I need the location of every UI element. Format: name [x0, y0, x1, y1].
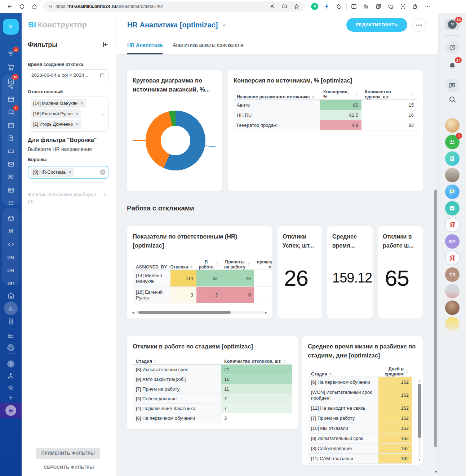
remove-tag-icon[interactable]: ✕: [80, 101, 84, 106]
column-header-source[interactable]: Название рекламного источника: [234, 94, 320, 99]
avatar-logo-ya-2[interactable]: Я: [445, 251, 460, 265]
scroll-down-icon[interactable]: ▼: [434, 470, 438, 474]
rail-structure-icon[interactable]: [6, 372, 15, 381]
favorite-star-icon[interactable]: [290, 1, 303, 12]
rail-help-icon[interactable]: ?: [6, 360, 15, 368]
sidebar-item-network[interactable]: [6, 82, 15, 90]
column-header-stage[interactable]: Стадия: [133, 359, 221, 364]
sidebar-item-crm[interactable]: [6, 173, 15, 181]
sidebar-item-chat[interactable]: 1: [6, 108, 15, 116]
sidebar-item-app-in1[interactable]: ИН: [6, 253, 15, 262]
assignee-multiselect[interactable]: [14] Милена Манукян✕ [16] Евгений Русов✕…: [28, 97, 108, 132]
browser-menu-dots-icon[interactable]: [421, 1, 434, 12]
clear-input-icon[interactable]: ✕: [100, 169, 106, 175]
reset-filters-button[interactable]: СБРОСИТЬ ФИЛЬТРЫ: [22, 465, 116, 470]
scrollbar-track[interactable]: [418, 383, 421, 458]
avatar-user-3[interactable]: [445, 301, 460, 315]
scroll-up-icon[interactable]: ▲: [418, 379, 421, 383]
collapse-filters-icon[interactable]: [102, 41, 109, 48]
tab-candidate-form-analytics[interactable]: Аналитика анкеты соискателя: [173, 42, 243, 54]
sidebar-item-documents[interactable]: [6, 134, 15, 142]
messenger-button[interactable]: [445, 79, 459, 92]
scrollbar-thumb[interactable]: [434, 190, 437, 447]
sidebar-item-employees[interactable]: [6, 186, 15, 194]
split-screen-icon[interactable]: [348, 1, 360, 12]
avatar-tasks-app[interactable]: [445, 201, 460, 215]
horizontal-scrollbar[interactable]: ◀ ▶: [132, 311, 267, 314]
outside-filters-link[interactable]: Фильтры вне рамок дашборда(0): [28, 191, 108, 205]
web-capture-icon[interactable]: [397, 1, 409, 12]
main-vertical-scrollbar[interactable]: ▲ ▼: [434, 31, 438, 476]
column-header-assigned[interactable]: ASSIGNED_BY: [133, 264, 170, 270]
refresh-icon[interactable]: [16, 1, 28, 12]
scroll-right-icon[interactable]: ▶: [263, 311, 267, 314]
sidebar-item-feed[interactable]: 2: [6, 49, 15, 58]
funnel-select[interactable]: [0] HR-Система✕ ✕: [28, 166, 108, 179]
sidebar-item-shop[interactable]: [6, 63, 15, 72]
remove-tag-icon[interactable]: ✕: [68, 170, 72, 175]
avatar-user-2[interactable]: [445, 284, 460, 298]
edge-extension-icon[interactable]: [321, 1, 333, 12]
avatar-logo-ya-1[interactable]: Я: [445, 218, 460, 232]
search-button[interactable]: [448, 95, 457, 104]
chevron-down-icon[interactable]: [100, 112, 105, 117]
sidebar-item-sign-document[interactable]: [6, 317, 15, 326]
copy-tab-icon[interactable]: [372, 1, 385, 12]
avatar-ep[interactable]: EP: [445, 234, 460, 249]
notifications-bell-button[interactable]: 27: [445, 59, 459, 73]
avatar-tz[interactable]: ТЗ: [445, 267, 460, 282]
column-header-hired[interactable]: Приняты на работу: [221, 259, 254, 270]
remove-tag-icon[interactable]: ✕: [75, 122, 79, 127]
scroll-down-icon[interactable]: ▼: [418, 458, 421, 462]
date-range-input[interactable]: 2023-06-04 ≤ col < 2024...: [28, 69, 108, 81]
history-sync-button[interactable]: [445, 41, 459, 54]
rail-settings-gear-icon[interactable]: [6, 383, 15, 392]
collections-icon[interactable]: [360, 1, 372, 12]
vacancy-sources-donut-chart[interactable]: [127, 106, 222, 175]
avatar-chat-app[interactable]: [445, 184, 460, 199]
column-header-count[interactable]: Количество откликов, шт.: [221, 359, 292, 364]
column-header-partial[interactable]: прошед от: [254, 259, 272, 270]
read-aloud-icon[interactable]: [266, 1, 278, 12]
column-header-deals[interactable]: Количество сделок, шт: [361, 89, 417, 99]
dashboard-title[interactable]: HR Аналитика [optimizac]: [127, 21, 227, 29]
premium-banner[interactable]: [0, 403, 22, 418]
sidebar-item-app-in2[interactable]: ИН: [6, 266, 15, 275]
invite-users-button[interactable]: 1: [445, 135, 460, 149]
column-header-stage[interactable]: Стадия: [308, 372, 378, 377]
rail-add-plus-icon[interactable]: [6, 393, 15, 402]
sidebar-item-catalog[interactable]: [6, 214, 15, 223]
sidebar-item-devops-code[interactable]: [6, 240, 15, 249]
scrollbar-track[interactable]: [136, 311, 263, 314]
column-header-days[interactable]: Дней в среднем: [378, 366, 412, 377]
close-menu-button[interactable]: [3, 19, 19, 35]
sidebar-item-bi-analytics[interactable]: [6, 304, 15, 313]
address-bar[interactable]: https://hr-analitika.bitrix24.ru/bi/dash…: [43, 1, 305, 12]
scroll-left-icon[interactable]: ◀: [132, 311, 136, 314]
avatar-user-1[interactable]: [445, 168, 460, 182]
sidebar-item-market[interactable]: M: [6, 227, 15, 236]
apply-filters-button[interactable]: ПРИМЕНИТЬ ФИЛЬТРЫ: [36, 448, 100, 459]
sidebar-item-sites[interactable]: [6, 95, 15, 103]
scrollbar-thumb[interactable]: [418, 384, 421, 438]
scrollbar-thumb[interactable]: [138, 311, 231, 314]
avatar-team-photo[interactable]: [445, 118, 460, 133]
sidebar-item-signature[interactable]: [6, 330, 15, 339]
tab-hr-analytics[interactable]: HR Аналитика: [127, 42, 163, 54]
avatar-user-4[interactable]: [445, 317, 460, 332]
back-icon[interactable]: [4, 1, 16, 12]
more-menu-button[interactable]: •••: [412, 18, 426, 32]
sidebar-item-company[interactable]: [6, 291, 15, 300]
column-header-inwork[interactable]: В работе: [196, 259, 221, 270]
share-icon[interactable]: [409, 1, 421, 12]
sidebar-item-automation-robot[interactable]: [6, 199, 15, 207]
sidebar-item-mail[interactable]: [6, 160, 15, 168]
collapse-rail-chevron[interactable]: [6, 343, 15, 352]
avatar-notes-app[interactable]: [445, 151, 460, 166]
adblock-extension-icon[interactable]: [309, 1, 321, 12]
column-header-responses[interactable]: Отклики: [170, 264, 196, 270]
home-icon[interactable]: [28, 1, 40, 12]
column-header-conversion[interactable]: Конверсия, %: [320, 89, 361, 99]
sidebar-item-app-ir[interactable]: ИР: [6, 279, 15, 288]
helpdesk-button[interactable]: ? 14: [445, 19, 460, 30]
